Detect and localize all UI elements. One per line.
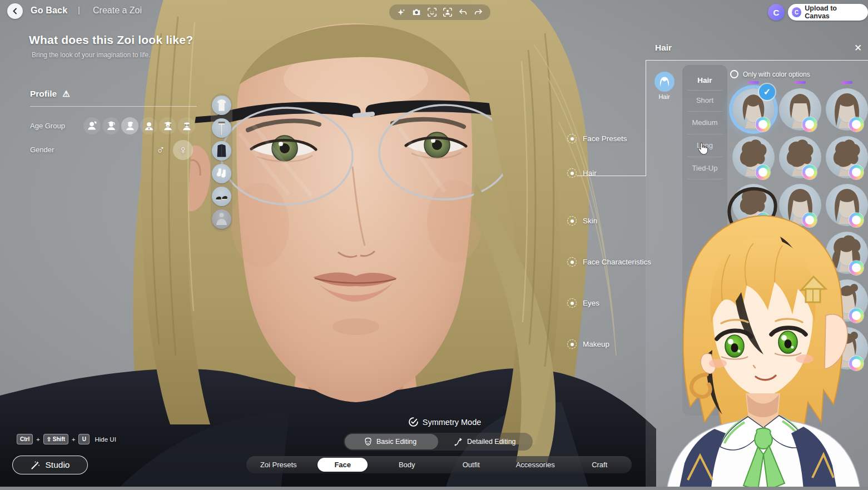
hair-thumbnail[interactable] (779, 88, 821, 131)
subcategory-short[interactable]: Short (682, 96, 727, 104)
close-icon[interactable]: ✕ (853, 41, 863, 55)
upload-to-canvas-button[interactable]: C Upload to Canvas (788, 4, 868, 21)
color-options-filter[interactable]: Only with color options (730, 70, 810, 78)
age-group-selector (83, 117, 195, 134)
panel-border-top (646, 60, 868, 61)
edit-menu-item-eyes[interactable]: Eyes (567, 298, 599, 308)
keycap-ctrl: Ctrl (17, 434, 33, 444)
female-icon[interactable]: ♀ (173, 140, 193, 160)
tab-outfit[interactable]: Outfit (439, 461, 504, 469)
panel-callout-line (577, 176, 646, 176)
face-outline-icon (364, 437, 373, 446)
subcategory-divider (687, 134, 722, 134)
edit-menu-item-skin[interactable]: Skin (567, 216, 597, 226)
hair-thumbnail[interactable] (779, 136, 821, 178)
basic-editing-button[interactable]: Basic Editing (364, 433, 416, 451)
socks-thumbnail[interactable] (212, 164, 231, 183)
edit-menu-item-hair[interactable]: Hair (567, 168, 597, 178)
subcategory-long[interactable]: Long (682, 141, 727, 149)
age-infant-icon[interactable] (83, 117, 101, 134)
keycap-u: U (78, 434, 90, 444)
hair-thumbnail[interactable] (826, 136, 868, 178)
canvas-mini-icon: C (792, 7, 801, 17)
color-options-badge (756, 165, 770, 179)
hair-thumbnail[interactable]: ✓ (732, 88, 775, 131)
hide-ui-label: Hide UI (95, 436, 116, 443)
studio-button-label: Studio (46, 460, 70, 470)
bottom-tab-bar: Zoi Presets Face Body Outfit Accessories… (246, 456, 632, 473)
color-options-badge (756, 117, 770, 132)
redo-icon[interactable] (473, 7, 484, 18)
age-middleage-icon[interactable] (159, 117, 176, 134)
canvas-app-icon[interactable]: C (768, 4, 785, 21)
spline-icon (454, 437, 463, 447)
color-options-badge (802, 117, 817, 132)
profile-divider (30, 106, 197, 107)
selected-check-icon: ✓ (759, 84, 775, 100)
editing-mode-switch: Basic Editing Detailed Editing (344, 433, 533, 451)
subcategory-hair[interactable]: Hair (682, 76, 727, 84)
radio-icon (567, 134, 577, 143)
vtuber-avatar-overlay (659, 183, 868, 490)
radio-icon (567, 216, 577, 226)
magic-wand-icon (31, 461, 40, 470)
detailed-editing-button[interactable]: Detailed Editing (454, 433, 516, 451)
age-adult-icon[interactable] (140, 117, 157, 134)
tab-face[interactable]: Face (311, 458, 375, 472)
radio-icon (567, 339, 577, 349)
pants-thumbnail[interactable] (212, 118, 231, 138)
subcategory-medium[interactable]: Medium (682, 118, 727, 127)
face-capture-icon[interactable] (426, 7, 438, 18)
subcategory-divider (687, 90, 722, 91)
tab-craft[interactable]: Craft (568, 461, 632, 469)
create-a-zoi-screen: Go Back | Create a Zoi C C Upload to Can… (0, 0, 868, 490)
warning-icon: ⚠ (62, 89, 70, 99)
subcategory-tied-up[interactable]: Tied-Up (682, 164, 727, 172)
tab-zoi-presets[interactable]: Zoi Presets (246, 461, 311, 469)
ai-enhance-icon[interactable] (396, 7, 407, 18)
hide-ui-shortcut-hint: Ctrl + ⇧ Shift + U Hide UI (17, 434, 116, 444)
gender-label: Gender (30, 146, 54, 154)
hair-thumbnail[interactable] (732, 136, 775, 178)
go-back-button[interactable] (7, 3, 23, 19)
age-child-icon[interactable] (102, 117, 120, 134)
age-teen-icon[interactable] (121, 117, 138, 134)
studio-button[interactable]: Studio (12, 456, 88, 474)
page-subheading: Bring the look of your imagination to li… (32, 51, 150, 59)
edit-menu-item-makeup[interactable]: Makeup (567, 339, 609, 349)
shoes-thumbnail[interactable] (212, 187, 231, 206)
radio-icon (567, 168, 577, 178)
body-capture-icon[interactable] (442, 7, 453, 18)
edit-menu-item-face-presets[interactable]: Face Presets (567, 134, 627, 143)
symmetry-mode-toggle[interactable]: Symmetry Mode (392, 417, 498, 427)
radio-unchecked-icon (730, 70, 738, 78)
camera-icon[interactable] (411, 7, 422, 18)
age-senior-icon[interactable] (178, 117, 195, 134)
page-heading: What does this Zoi look like? (29, 33, 193, 47)
tab-body[interactable]: Body (375, 461, 439, 469)
basic-editing-label: Basic Editing (376, 438, 416, 446)
edit-menu-item-face-characteristics[interactable]: Face Characteristics (567, 257, 651, 267)
hair-thumbnail[interactable] (826, 88, 868, 131)
color-options-badge (849, 117, 864, 132)
body-thumbnail-disabled[interactable] (212, 209, 231, 229)
category-tab-hair[interactable]: Hair (654, 72, 674, 100)
hair-panel-title: Hair (655, 43, 672, 53)
age-group-label: Age Group (30, 122, 65, 130)
color-options-badge (849, 165, 864, 179)
undo-icon[interactable] (457, 7, 468, 18)
page-title: Create a Zoi (93, 6, 142, 16)
scrolled-badge-sliver (795, 81, 806, 84)
shirt-thumbnail[interactable] (212, 96, 231, 115)
subcategory-divider (687, 111, 722, 112)
vest-thumbnail[interactable] (212, 141, 231, 161)
tab-accessories[interactable]: Accessories (503, 461, 568, 469)
keycap-shift: ⇧ Shift (43, 434, 68, 444)
scrolled-badge-sliver (841, 81, 852, 84)
chevron-left-icon (12, 8, 18, 14)
gender-selector: ♂ ♀ (151, 140, 193, 160)
go-back-label[interactable]: Go Back (31, 6, 67, 16)
symmetry-check-icon (409, 417, 418, 427)
male-icon[interactable]: ♂ (151, 140, 171, 160)
bottom-edge-strip (0, 487, 868, 490)
